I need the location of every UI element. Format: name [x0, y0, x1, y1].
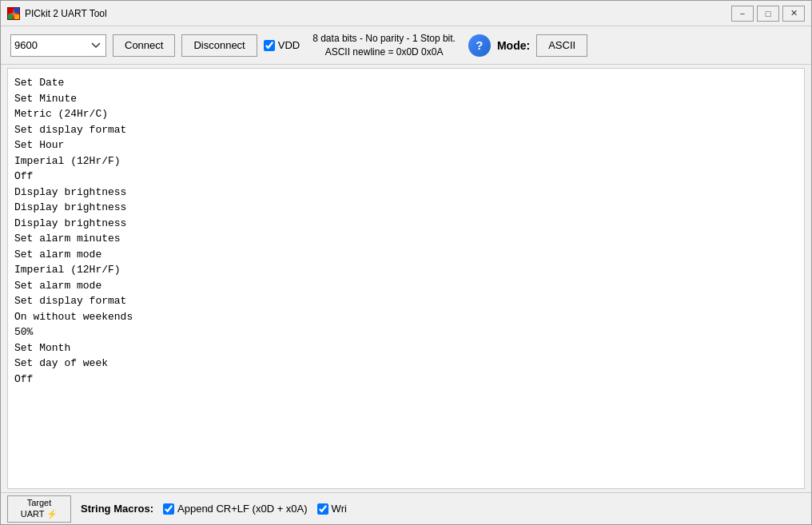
terminal-line: Set alarm minutes: [14, 231, 798, 247]
terminal-line: Display brightness: [14, 216, 798, 232]
terminal-line: On without weekends: [14, 309, 798, 325]
write-checkbox[interactable]: [317, 503, 328, 515]
app-icon: [7, 7, 20, 20]
terminal-line: Set day of week: [14, 356, 798, 372]
svg-rect-3: [14, 14, 19, 18]
terminal-line: Imperial (12Hr/F): [14, 262, 798, 278]
terminal-line: Imperial (12Hr/F): [14, 153, 798, 169]
toolbar: 9600 19200 38400 57600 115200 Connect Di…: [1, 26, 811, 65]
info-block: 8 data bits - No parity - 1 Stop bit. AS…: [306, 32, 462, 59]
title-bar-left: PICkit 2 UART Tool: [7, 7, 107, 20]
terminal-output[interactable]: Set DateSet MinuteMetric (24Hr/C)Set dis…: [7, 68, 805, 489]
title-bar-controls: − □ ✕: [731, 6, 805, 22]
terminal-line: 50%: [14, 324, 798, 340]
terminal-line: Metric (24Hr/C): [14, 106, 798, 122]
write-label: Wri: [332, 503, 347, 515]
target-uart-button[interactable]: TargetUART ⚡: [7, 495, 71, 523]
terminal-line: Set display format: [14, 293, 798, 309]
disconnect-button[interactable]: Disconnect: [181, 34, 257, 57]
mode-label: Mode:: [497, 39, 530, 52]
main-window: PICkit 2 UART Tool − □ ✕ 9600 19200 3840…: [0, 0, 812, 525]
mode-button[interactable]: ASCII: [536, 34, 587, 57]
terminal-line: Off: [14, 169, 798, 185]
bottom-bar: TargetUART ⚡ String Macros: Append CR+LF…: [1, 492, 811, 524]
write-group: Wri: [317, 503, 347, 515]
close-button[interactable]: ✕: [782, 6, 805, 22]
terminal-line: Set Month: [14, 340, 798, 356]
maximize-button[interactable]: □: [757, 6, 779, 22]
terminal-line: Set Minute: [14, 91, 798, 107]
svg-rect-2: [8, 14, 13, 18]
info-line1: 8 data bits - No parity - 1 Stop bit.: [312, 32, 456, 46]
window-title: PICkit 2 UART Tool: [25, 8, 107, 19]
terminal-line: Set alarm mode: [14, 278, 798, 294]
terminal-line: Display brightness: [14, 200, 798, 216]
terminal-line: Set display format: [14, 122, 798, 138]
info-line2: ASCII newline = 0x0D 0x0A: [312, 46, 456, 59]
vdd-label: VDD: [278, 39, 300, 51]
svg-rect-1: [14, 8, 19, 13]
minimize-button[interactable]: −: [731, 6, 754, 22]
terminal-line: Off: [14, 372, 798, 388]
string-macros-label: String Macros:: [81, 503, 153, 515]
append-crlf-label: Append CR+LF (x0D + x0A): [177, 503, 308, 515]
terminal-line: Set Hour: [14, 137, 798, 153]
vdd-checkbox-group: VDD: [264, 39, 300, 51]
svg-rect-0: [8, 8, 13, 13]
help-button[interactable]: ?: [468, 34, 491, 57]
terminal-line: Display brightness: [14, 185, 798, 201]
append-crlf-group: Append CR+LF (x0D + x0A): [163, 503, 308, 515]
title-bar: PICkit 2 UART Tool − □ ✕: [1, 1, 811, 26]
vdd-checkbox[interactable]: [264, 40, 275, 51]
connect-button[interactable]: Connect: [113, 34, 175, 57]
append-crlf-checkbox[interactable]: [163, 503, 174, 515]
terminal-line: Set Date: [14, 75, 798, 91]
target-btn-text: TargetUART ⚡: [21, 498, 58, 519]
terminal-line: Set alarm mode: [14, 247, 798, 263]
baud-rate-select[interactable]: 9600 19200 38400 57600 115200: [10, 34, 106, 57]
